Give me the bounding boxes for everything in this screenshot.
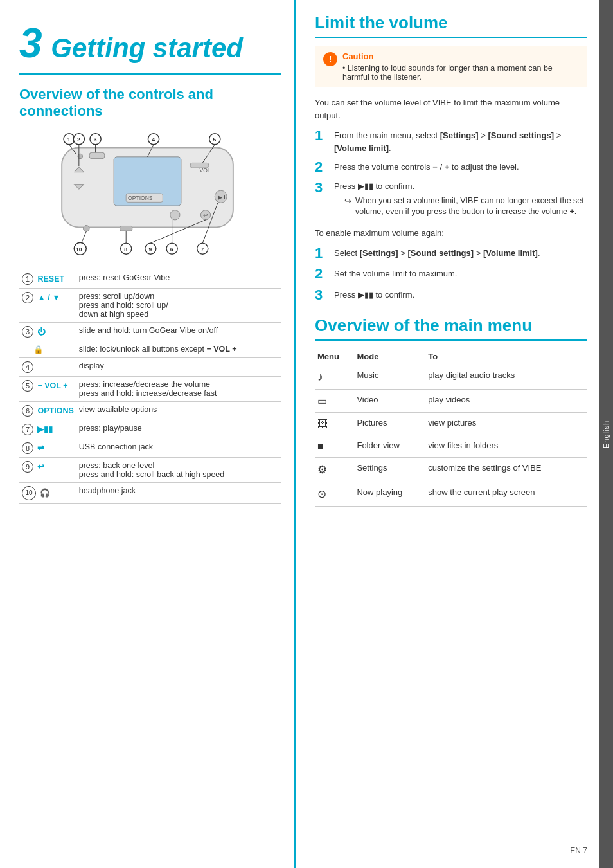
ctrl-desc: press: play/pause [76, 420, 281, 439]
menu-mode-music: Music [354, 365, 425, 389]
step-item: 3 Press ▶▮▮ to confirm. [315, 287, 587, 303]
ctrl-desc: display [76, 357, 281, 376]
table-row: 🔒 slide: lock/unlock all buttons except … [19, 341, 281, 357]
menu-icon-settings: ⚙ [315, 457, 354, 482]
menu-to-folder: view files in folders [425, 435, 587, 457]
svg-text:6: 6 [170, 246, 173, 252]
page-number: EN 7 [570, 846, 587, 855]
menu-to-music: play digital audio tracks [425, 365, 587, 389]
chapter-number: 3 [19, 20, 42, 66]
svg-text:7: 7 [200, 246, 204, 252]
svg-text:8: 8 [124, 246, 127, 252]
controls-table: 1 RESET press: reset GoGear Vibe 2 ▲ / ▼… [19, 270, 281, 504]
left-column: 3 Getting started Overview of the contro… [0, 0, 296, 868]
menu-icon-now-playing: ⊙ [315, 482, 354, 506]
table-row: 9 ↩ press: back one levelpress and hold:… [19, 457, 281, 482]
ctrl-num: 10 [22, 486, 36, 500]
svg-text:9: 9 [148, 246, 152, 252]
ctrl-desc: slide and hold: turn GoGear Vibe on/off [76, 322, 281, 341]
ctrl-num: 4 [22, 361, 33, 373]
right-column: Limit the volume ! Caution • Listening t… [296, 0, 613, 868]
ctrl-desc: press: increase/decrease the volumepress… [76, 376, 281, 401]
ctrl-num: 1 [22, 273, 33, 285]
ctrl-desc: USB connection jack [76, 439, 281, 457]
table-row: 10 🎧 headphone jack [19, 482, 281, 503]
table-row: 4 display [19, 357, 281, 376]
svg-text:4: 4 [152, 136, 155, 143]
step-item: 2 Set the volume limit to maximum. [315, 266, 587, 282]
caution-box: ! Caution • Listening to loud sounds for… [315, 46, 587, 87]
menu-row-settings: ⚙ Settings customize the settings of VIB… [315, 457, 587, 482]
step-item: 2 Press the volume controls − / + to adj… [315, 159, 587, 175]
step-text: Press ▶▮▮ to confirm. [334, 180, 414, 191]
step-text: Select [Settings] > [Sound settings] > [… [334, 246, 540, 260]
device-diagram: VOL OPTIONS ▶⏸ [19, 129, 281, 260]
svg-text:3: 3 [94, 136, 97, 143]
ctrl-num: 8 [22, 442, 33, 454]
menu-icon-video: ▭ [315, 389, 354, 412]
intro-text: You can set the volume level of VIBE to … [315, 96, 587, 122]
col-menu: Menu [315, 348, 354, 365]
ctrl-desc: view available options [76, 401, 281, 420]
menu-row-now-playing: ⊙ Now playing show the current play scre… [315, 482, 587, 506]
chapter-title: Getting started [51, 33, 243, 63]
menu-to-pictures: view pictures [425, 412, 587, 435]
main-menu-section: Overview of the main menu Menu Mode To ♪… [315, 316, 587, 507]
menu-table-header: Menu Mode To [315, 348, 587, 365]
svg-text:▶⏸: ▶⏸ [218, 194, 228, 200]
chapter-heading: 3 Getting started [19, 19, 281, 75]
svg-point-16 [170, 210, 180, 219]
enable-again-text: To enable maximum volume again: [315, 227, 587, 240]
ctrl-num: 3 [22, 326, 33, 338]
side-tab: English [599, 0, 613, 868]
table-row: 1 RESET press: reset GoGear Vibe [19, 270, 281, 289]
ctrl-desc: slide: lock/unlock all buttons except − … [76, 341, 281, 357]
svg-rect-14 [120, 226, 132, 231]
ctrl-desc: press: reset GoGear Vibe [76, 270, 281, 289]
step-sub: ↪ When you set a volume limit, VIBE can … [344, 195, 587, 218]
menu-mode-folder: Folder view [354, 435, 425, 457]
steps-list-2: 1 Select [Settings] > [Sound settings] >… [315, 246, 587, 303]
menu-mode-pictures: Pictures [354, 412, 425, 435]
step-text: Press ▶▮▮ to confirm. [334, 287, 414, 302]
ctrl-num: 9 [22, 461, 33, 473]
menu-icon-folder: ■ [315, 435, 354, 457]
caution-icon: ! [323, 52, 337, 66]
menu-table: Menu Mode To ♪ Music play digital audio … [315, 348, 587, 507]
steps-list-1: 1 From the main menu, select [Settings] … [315, 128, 587, 218]
svg-text:OPTIONS: OPTIONS [128, 195, 153, 201]
limit-volume-section: Limit the volume ! Caution • Listening t… [315, 13, 587, 303]
ctrl-num: 2 [22, 292, 33, 303]
svg-point-6 [78, 154, 83, 159]
limit-volume-heading: Limit the volume [315, 13, 587, 38]
menu-row-music: ♪ Music play digital audio tracks [315, 365, 587, 389]
ctrl-num: 6 [22, 405, 33, 417]
menu-row-video: ▭ Video play videos [315, 389, 587, 412]
table-row: 2 ▲ / ▼ press: scroll up/downpress and h… [19, 288, 281, 322]
svg-text:10: 10 [76, 246, 82, 252]
menu-to-settings: customize the settings of VIBE [425, 457, 587, 482]
svg-text:2: 2 [77, 136, 80, 143]
step-text: Press the volume controls − / + to adjus… [334, 159, 519, 174]
page-footer: EN 7 [570, 846, 587, 855]
menu-icon-music: ♪ [315, 365, 354, 389]
step-item: 1 From the main menu, select [Settings] … [315, 128, 587, 154]
ctrl-num: 5 [22, 380, 33, 392]
table-row: 3 ⏻ slide and hold: turn GoGear Vibe on/… [19, 322, 281, 341]
step-item: 1 Select [Settings] > [Sound settings] >… [315, 246, 587, 261]
ctrl-desc: headphone jack [76, 482, 281, 503]
menu-mode-video: Video [354, 389, 425, 412]
svg-rect-9 [89, 152, 105, 159]
svg-point-15 [84, 225, 90, 231]
table-row: 6 OPTIONS view available options [19, 401, 281, 420]
table-row: 7 ▶▮▮ press: play/pause [19, 420, 281, 439]
caution-content: Caution • Listening to loud sounds for l… [342, 51, 579, 82]
step-text: Set the volume limit to maximum. [334, 266, 457, 280]
svg-rect-3 [190, 163, 209, 168]
step-item: 3 Press ▶▮▮ to confirm. ↪ When you set a… [315, 180, 587, 218]
table-row: 5 − VOL + press: increase/decrease the v… [19, 376, 281, 401]
section-heading-controls: Overview of the controls and connections [19, 86, 281, 120]
caution-text: • Listening to loud sounds for longer th… [342, 64, 579, 82]
menu-mode-now-playing: Now playing [354, 482, 425, 506]
menu-to-now-playing: show the current play screen [425, 482, 587, 506]
